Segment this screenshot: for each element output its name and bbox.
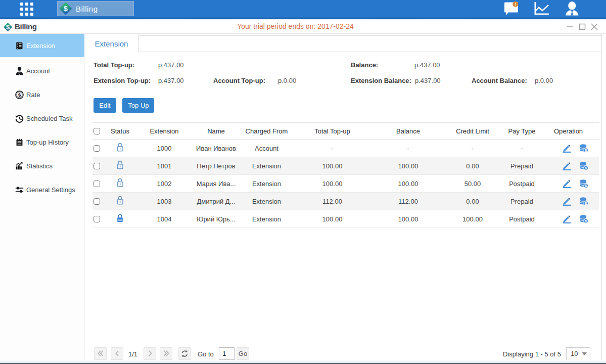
svg-text:!: ! bbox=[515, 2, 516, 7]
svg-text:$: $ bbox=[64, 5, 68, 13]
svg-text:$: $ bbox=[18, 92, 21, 98]
